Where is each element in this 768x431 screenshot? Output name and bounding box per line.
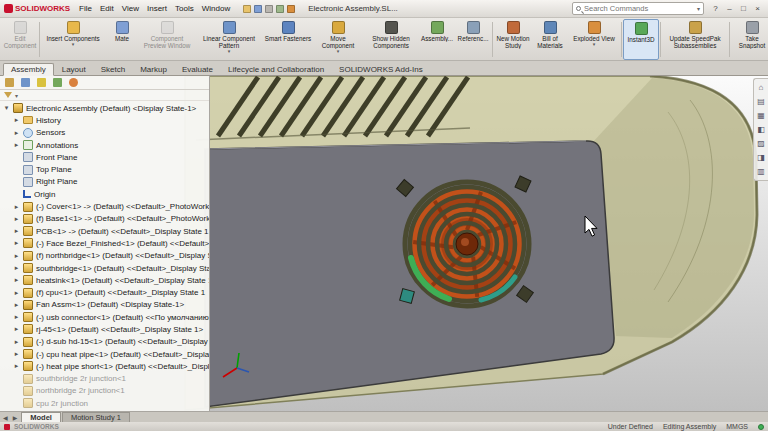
dropdown-arrow-icon[interactable]: ▾ [337,49,340,54]
app-logo: SOLIDWORKS [4,4,70,13]
tree-item-southbridge[interactable]: ▸southbridge<1> (Default) <<Default>_Dis… [0,262,209,274]
save-icon[interactable] [254,5,262,13]
units-status[interactable]: MMGS [726,423,748,430]
linear-component-pattern-icon [223,21,236,34]
design-library-tab[interactable]: ▤ [757,97,765,106]
plane-icon [23,177,33,187]
help-button[interactable]: ? [709,4,722,13]
tree-item-northbridge-junction[interactable]: northbridge 2r junction<1 [0,385,209,397]
tree-item-heatsink[interactable]: ▸heatsink<1> (Default) <<Default>_Displa… [0,274,209,286]
tree-item-annotations[interactable]: ▸Annotations [0,139,209,151]
menu-file[interactable]: File [75,4,96,13]
tree-item-rj-45[interactable]: ▸rj-45<1> (Default) <<Default>_Display S… [0,323,209,335]
tree-item-southbridge-junction[interactable]: southbridge 2r junction<1 [0,373,209,385]
tree-item-face-bezel[interactable]: ▸(-) Face Bezel_Finished<1> (Default) <<… [0,237,209,249]
new-motion-study-button[interactable]: New Motion Study [494,19,532,60]
define-status: Under Defined [608,423,653,430]
take-snapshot-button[interactable]: Take Snapshot [731,19,768,60]
update-speedpak-subassemblies-button[interactable]: Update SpeedPak Subassemblies [662,19,728,60]
menu-tools[interactable]: Tools [171,4,198,13]
tree-item-top-plane[interactable]: Top Plane [0,163,209,175]
search-box[interactable]: ▾ [572,2,704,15]
show-hidden-components-button[interactable]: Show Hidden Components [363,19,419,60]
smart-fasteners-button[interactable]: Smart Fasteners [263,19,313,60]
tree-item-front-plane[interactable]: Front Plane [0,151,209,163]
tree-root-assembly[interactable]: ▾ Electronic Assembly (Default) <Display… [0,102,209,114]
dimxpert-manager-tab[interactable] [50,77,65,89]
bill-of-materials-icon [544,21,557,34]
search-dropdown-icon[interactable]: ▾ [697,5,700,12]
solidworks-resources-tab[interactable]: ⌂ [759,83,764,92]
tab-motion-study-1[interactable]: Motion Study 1 [62,412,130,422]
dimxpert-manager-icon [53,78,62,87]
search-input[interactable] [584,4,694,13]
tree-item-origin[interactable]: Origin [0,188,209,200]
reference-geometry-button[interactable]: Referenc... [455,19,491,60]
rebuild-icon[interactable] [287,5,295,13]
dropdown-arrow-icon[interactable]: ▾ [593,42,596,47]
dropdown-arrow-icon[interactable]: ▾ [228,49,231,54]
status-brand: SOLIDWORKS [14,423,59,430]
configuration-manager-tab[interactable] [34,77,49,89]
tab-solidworks-add-ins[interactable]: SOLIDWORKS Add-Ins [332,64,430,75]
history-folder-icon [23,116,33,124]
file-explorer-tab[interactable]: ▦ [757,111,765,120]
tree-item-right-plane[interactable]: Right Plane [0,176,209,188]
appearances-scenes-tab[interactable]: ▨ [757,139,765,148]
tab-lifecycle-and-collaboration[interactable]: Lifecycle and Collaboration [221,64,331,75]
tree-item-d-sub[interactable]: ▸(-) d-sub hd-15<1> (Default) <<Default>… [0,336,209,348]
move-component-button[interactable]: Move Component▾ [313,19,363,60]
tree-item-base1[interactable]: ▸(f) Base1<1> -> (Default) <<Default>_Ph… [0,213,209,225]
dropdown-arrow-icon[interactable]: ▾ [72,42,75,47]
tab-model[interactable]: Model [21,412,61,422]
tab-layout[interactable]: Layout [55,64,93,75]
undo-icon[interactable] [276,5,284,13]
part-icon [23,324,33,334]
tree-item-cpu[interactable]: ▸(f) cpu<1> (Default) <<Default>_Display… [0,286,209,298]
edit-component-button[interactable]: Edit Component [2,19,38,60]
display-manager-tab[interactable] [66,77,81,89]
part-icon [23,386,33,396]
bill-of-materials-button[interactable]: Bill of Materials [532,19,568,60]
menu-window[interactable]: Window [198,4,234,13]
tab-markup[interactable]: Markup [133,64,174,75]
tree-item-cover[interactable]: ▸(-) Cover<1> -> (Default) <<Default>_Ph… [0,200,209,212]
menu-edit[interactable]: Edit [96,4,118,13]
feature-manager-tab[interactable] [2,77,17,89]
tree-item-history[interactable]: ▸History [0,114,209,126]
component-preview-window-button[interactable]: Component Preview Window [139,19,195,60]
tab-sketch[interactable]: Sketch [94,64,132,75]
tree-item-heat-pipe-short[interactable]: ▸(-) heat pipe short<1> (Default) <<Defa… [0,360,209,372]
tree-item-sensors[interactable]: ▸Sensors [0,127,209,139]
insert-components-button[interactable]: Insert Components▾ [41,19,105,60]
property-manager-tab[interactable] [18,77,33,89]
tree-item-fan-assm[interactable]: ▸Fan Assm<1> (Default) <Display State-1> [0,299,209,311]
view-palette-tab[interactable]: ◧ [757,125,765,134]
menu-insert[interactable]: Insert [143,4,171,13]
tree-item-usb-connector[interactable]: ▸(-) usb connector<1> (Default) <<По умо… [0,311,209,323]
sensors-icon [23,128,33,138]
filter-dropdown-icon[interactable]: ▾ [15,92,18,99]
tree-item-cpu-junction[interactable]: cpu 2r junction [0,397,209,409]
custom-properties-tab[interactable]: ◨ [757,153,765,162]
menu-view[interactable]: View [118,4,143,13]
print-icon[interactable] [265,5,273,13]
close-button[interactable]: × [751,4,764,13]
tree-item-cpu-heat-pipe[interactable]: ▸(-) cpu heat pipe<1> (Default) <<Defaul… [0,348,209,360]
tree-item-northbridge[interactable]: ▸(f) northbridge<1> (Default) <<Default>… [0,250,209,262]
mate-button[interactable]: Mate [105,19,139,60]
filter-icon[interactable] [4,92,12,98]
tab-scroll-right-icon[interactable]: ▶ [12,414,21,422]
minimize-button[interactable]: – [723,4,736,13]
maximize-button[interactable]: □ [737,4,750,13]
tree-item-pcb[interactable]: ▸PCB<1> -> (Default) <<Default>_Display … [0,225,209,237]
assembly-features-button[interactable]: Assembly... [419,19,455,60]
exploded-view-button[interactable]: Exploded View▾ [568,19,620,60]
linear-component-pattern-button[interactable]: Linear Component Pattern▾ [195,19,263,60]
tab-evaluate[interactable]: Evaluate [175,64,220,75]
tab-assembly[interactable]: Assembly [3,63,54,76]
instant3d-button[interactable]: Instant3D [623,19,659,60]
forum-tab[interactable]: ▥ [757,167,765,176]
tab-scroll-left-icon[interactable]: ◀ [2,414,11,422]
open-icon[interactable] [243,5,251,13]
